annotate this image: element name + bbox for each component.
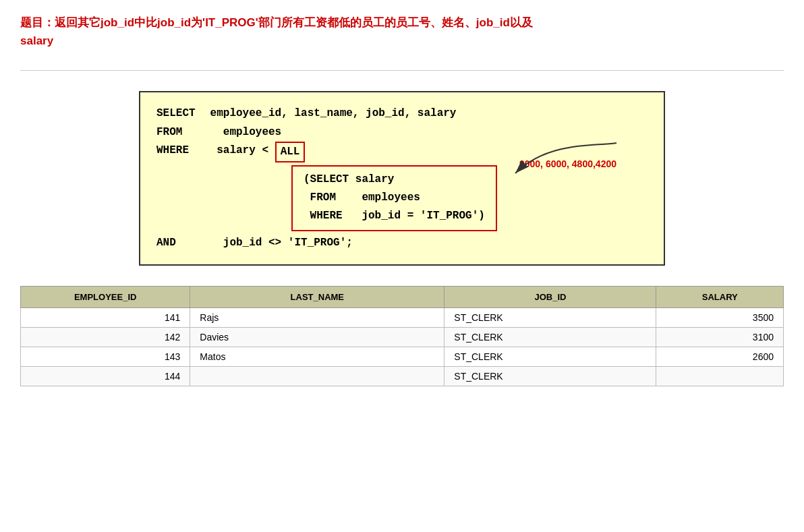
table-row: 143 Matos ST_CLERK 2600	[21, 347, 784, 366]
all-keyword: ALL	[275, 142, 306, 162]
cell-employee-id-2: 142	[21, 327, 190, 347]
annotation-text: 9000, 6000, 4800,4200	[519, 156, 616, 173]
subquery-line2: FROM employees	[304, 189, 485, 207]
title-section: 题目：返回其它job_id中比job_id为'IT_PROG'部门所有工资都低的…	[20, 13, 784, 50]
cell-job-id-2: ST_CLERK	[444, 327, 656, 347]
title-line1: 题目：返回其它job_id中比job_id为'IT_PROG'部门所有工资都低的…	[20, 16, 533, 29]
col-header-last-name: LAST_NAME	[190, 286, 444, 307]
cell-salary-4	[656, 366, 784, 386]
title-line2: salary	[20, 34, 53, 47]
page-wrapper: 题目：返回其它job_id中比job_id为'IT_PROG'部门所有工资都低的…	[0, 0, 804, 400]
subquery-line3: WHERE job_id = 'IT_PROG')	[304, 207, 485, 225]
table-row: 141 Rajs ST_CLERK 3500	[21, 307, 784, 327]
title-text: 题目：返回其它job_id中比job_id为'IT_PROG'部门所有工资都低的…	[20, 13, 784, 50]
sql-code-block: 9000, 6000, 4800,4200 SELECT employee_id…	[139, 91, 665, 265]
cell-last-name-2: Davies	[190, 327, 444, 347]
sql-and-content: job_id <> 'IT_PROG';	[204, 234, 353, 252]
cell-job-id-4: ST_CLERK	[444, 366, 656, 386]
sql-select-line: SELECT employee_id, last_name, job_id, s…	[156, 105, 648, 123]
cell-salary-1: 3500	[656, 307, 784, 327]
cell-employee-id-1: 141	[21, 307, 190, 327]
cell-last-name-4	[190, 366, 444, 386]
results-table: EMPLOYEE_ID LAST_NAME JOB_ID SALARY 141 …	[20, 286, 784, 386]
col-header-employee-id: EMPLOYEE_ID	[21, 286, 190, 307]
divider	[20, 70, 784, 71]
col-header-salary: SALARY	[656, 286, 784, 307]
col-header-job-id: JOB_ID	[444, 286, 656, 307]
cell-salary-3: 2600	[656, 347, 784, 366]
cell-job-id-1: ST_CLERK	[444, 307, 656, 327]
table-header-row: EMPLOYEE_ID LAST_NAME JOB_ID SALARY	[21, 286, 784, 307]
kw-select: SELECT	[156, 105, 204, 123]
cell-last-name-3: Matos	[190, 347, 444, 366]
kw-where: WHERE	[156, 142, 204, 160]
cell-employee-id-3: 143	[21, 347, 190, 366]
cell-last-name-1: Rajs	[190, 307, 444, 327]
subquery-line1: (SELECT salary	[304, 171, 485, 189]
sql-select-content: employee_id, last_name, job_id, salary	[204, 105, 456, 123]
table-row: 142 Davies ST_CLERK 3100	[21, 327, 784, 347]
cell-employee-id-4: 144	[21, 366, 190, 386]
sql-where-salary: salary <	[204, 142, 275, 160]
sql-from-line: FROM employees	[156, 123, 648, 142]
kw-from: FROM	[156, 123, 204, 142]
cell-job-id-3: ST_CLERK	[444, 347, 656, 366]
cell-salary-2: 3100	[656, 327, 784, 347]
kw-and: AND	[156, 234, 204, 252]
table-row: 144 ST_CLERK	[21, 366, 784, 386]
sql-and-line: AND job_id <> 'IT_PROG';	[156, 234, 648, 252]
sql-from-content: employees	[204, 123, 281, 142]
subquery-box: (SELECT salary FROM employees WHERE job_…	[291, 165, 497, 231]
